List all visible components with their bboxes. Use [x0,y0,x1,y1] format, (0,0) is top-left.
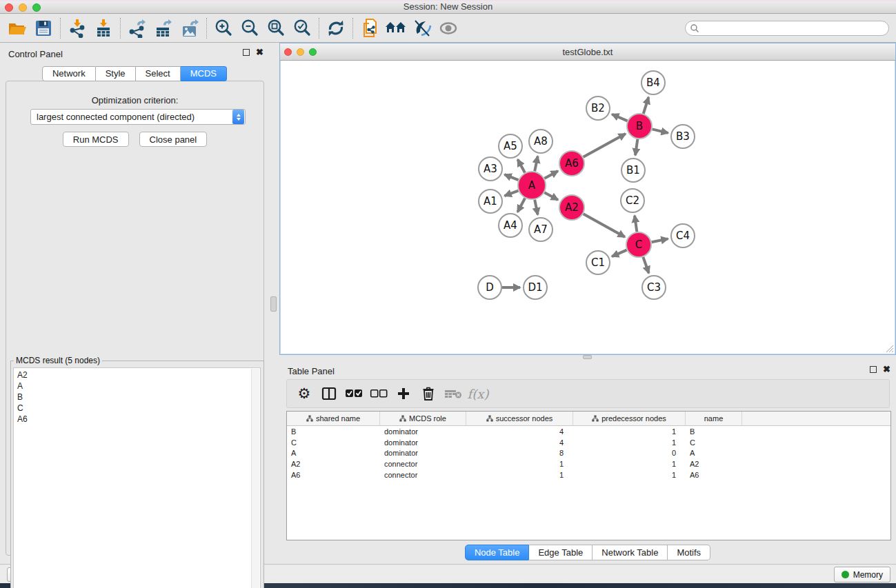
table-row[interactable]: Bdominator41B [287,426,890,437]
tab-motifs[interactable]: Motifs [668,545,710,560]
edge-A-A2[interactable] [544,192,557,200]
table-cell[interactable]: A6 [686,471,742,479]
table-cell[interactable]: C [686,438,742,447]
vertical-split-divider[interactable] [269,43,279,564]
table-cell[interactable]: dominator [380,438,466,447]
edge-A-A8[interactable] [535,156,537,172]
zoom-selected-button[interactable] [289,17,315,40]
eye-button[interactable] [435,17,461,40]
table-cell[interactable]: dominator [380,427,466,436]
mcds-result-item[interactable]: A [17,381,260,392]
edge-A-A5[interactable] [518,159,525,172]
table-cell[interactable]: 1 [573,427,686,436]
unselect-all-button[interactable] [368,383,389,404]
edge-C-C3[interactable] [643,257,648,273]
maximize-window-icon[interactable] [32,3,41,12]
memory-button[interactable]: Memory [834,567,890,582]
close-panel-icon[interactable]: ✖ [256,49,263,56]
tab-select[interactable]: Select [136,66,181,81]
table-cell[interactable]: 1 [573,460,686,468]
import-network-button[interactable] [64,17,90,40]
table-cell[interactable]: A2 [686,460,742,468]
edge-A-A7[interactable] [535,200,537,215]
table-cell[interactable]: 4 [466,438,573,447]
zoom-fit-button[interactable] [263,17,289,40]
float-panel-icon[interactable] [243,49,250,56]
table-cell[interactable]: A6 [287,471,380,479]
tab-mcds[interactable]: MCDS [181,66,227,81]
edge-B-B3[interactable] [652,129,668,133]
pen-button[interactable] [409,17,435,40]
close-network-icon[interactable] [284,48,292,56]
table-cell[interactable]: B [287,427,380,436]
zoom-in-button[interactable] [210,17,237,40]
table-cell[interactable]: dominator [380,449,466,457]
show-columns-button[interactable] [319,383,339,404]
refresh-button[interactable] [323,17,349,40]
table-cell[interactable]: 8 [466,449,573,457]
edge-C-C2[interactable] [635,216,637,232]
home-button[interactable] [383,17,409,40]
save-session-button[interactable] [30,17,57,40]
table-row[interactable]: A6connector11A6 [287,469,890,480]
scrollbar[interactable] [251,369,259,588]
table-cell[interactable]: A [686,449,742,457]
edge-A-A4[interactable] [517,199,525,212]
column-header-name[interactable]: name [686,412,742,425]
criterion-dropdown[interactable]: largest connected component (directed) [30,109,246,125]
mcds-result-item[interactable]: A6 [17,414,260,425]
table-row[interactable]: A2connector11A2 [287,458,890,469]
edge-C-C4[interactable] [652,239,668,242]
table-cell[interactable]: 0 [573,449,686,457]
edge-A2-C[interactable] [584,214,625,237]
divider-grip[interactable] [270,296,277,312]
table-cell[interactable]: 1 [573,471,686,479]
edge-A-A1[interactable] [505,191,519,196]
edge-B-B4[interactable] [644,97,649,114]
table-cell[interactable]: 1 [573,438,686,447]
import-table-button[interactable] [90,17,117,40]
network-canvas[interactable]: B4B2BB3A8A5A6A3B1AC2A1A2A4A7C4CC1C3DD1 [280,61,895,354]
mcds-result-list[interactable]: A2ABCA6 [13,367,261,588]
column-header-shared-name[interactable]: shared name [287,412,380,425]
zoom-out-button[interactable] [237,17,263,40]
resize-grip-icon[interactable] [885,344,894,353]
node-table[interactable]: shared nameMCDS rolesuccessor nodesprede… [286,411,891,540]
edge-C-C1[interactable] [612,250,626,256]
export-table-button[interactable] [150,17,177,40]
mcds-result-item[interactable]: B [17,392,260,403]
tab-network[interactable]: Network [42,66,96,81]
export-image-button[interactable] [177,17,203,40]
table-cell[interactable]: connector [380,460,466,468]
open-file-button[interactable] [4,17,30,40]
table-row[interactable]: Adominator80A [287,448,890,459]
maximize-network-icon[interactable] [309,48,317,56]
tab-node-table[interactable]: Node Table [465,545,530,560]
table-cell[interactable]: 1 [466,471,573,479]
column-header-successor-nodes[interactable]: successor nodes [466,412,573,425]
close-panel-button[interactable]: Close panel [139,132,208,147]
close-window-icon[interactable] [5,3,13,12]
table-settings-button[interactable]: ⚙ [294,383,315,404]
table-row[interactable]: Cdominator41C [287,437,890,448]
create-column-button[interactable] [393,383,414,404]
close-panel-icon[interactable]: ✖ [883,366,890,373]
edge-B-B1[interactable] [635,139,637,155]
function-builder-button[interactable]: f(x) [468,383,488,404]
minimize-network-icon[interactable] [297,48,304,56]
table-cell[interactable]: B [686,427,742,436]
export-network-button[interactable] [124,17,150,40]
network-window-titlebar[interactable]: testGlobe.txt [280,43,895,61]
table-cell[interactable]: 4 [466,427,573,436]
table-cell[interactable]: C [287,438,380,447]
edge-B-B2[interactable] [612,114,627,121]
tab-edge-table[interactable]: Edge Table [529,545,593,560]
edge-A6-B[interactable] [584,134,626,157]
minimize-window-icon[interactable] [19,3,27,12]
edge-A-A6[interactable] [544,171,557,179]
search-input[interactable] [685,21,889,36]
tab-network-table[interactable]: Network Table [593,545,668,560]
run-mcds-button[interactable]: Run MCDS [63,132,129,147]
tab-style[interactable]: Style [96,66,136,81]
table-cell[interactable]: A [287,449,380,457]
